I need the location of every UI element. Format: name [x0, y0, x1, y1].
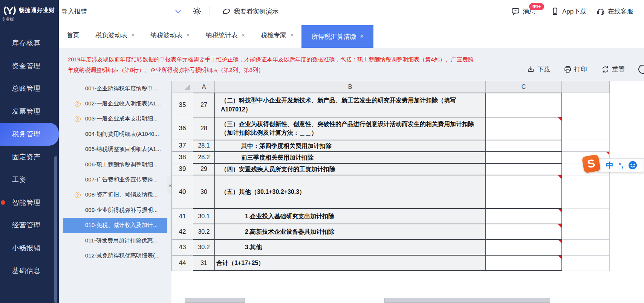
- report-list-item[interactable]: 006-职工薪酬纳税调整明细...: [59, 157, 171, 172]
- sidebar-scrollbar[interactable]: [54, 156, 57, 303]
- sidebar-item[interactable]: 发票管理: [0, 100, 59, 123]
- chevron-down-icon[interactable]: [174, 8, 182, 16]
- overflow-cell[interactable]: [562, 255, 610, 271]
- sidebar-item[interactable]: 基础信息: [0, 259, 59, 282]
- column-header-c[interactable]: C: [486, 81, 562, 93]
- tab[interactable]: 首页: [59, 23, 87, 48]
- overflow-cell[interactable]: [562, 224, 610, 239]
- item-description-cell[interactable]: （五）其他（30.1+30.2+30.3）: [215, 175, 486, 209]
- emoji-icon[interactable]: [628, 161, 637, 170]
- report-list-item[interactable]: ? 008-资产折旧、摊销及纳税...: [59, 187, 171, 203]
- row-number-cell[interactable]: 44: [172, 255, 193, 271]
- overflow-cell[interactable]: [562, 209, 610, 224]
- row-number-cell[interactable]: 43: [172, 239, 193, 255]
- tab[interactable]: 税负波动表 ×: [87, 23, 142, 48]
- row-number-cell[interactable]: 36: [172, 117, 193, 140]
- value-cell[interactable]: [486, 255, 562, 271]
- value-cell[interactable]: [486, 224, 562, 239]
- line-number-cell[interactable]: 29: [193, 163, 215, 175]
- item-description-cell[interactable]: 1.企业投入基础研究支出加计扣除: [215, 209, 486, 224]
- gear-icon[interactable]: [193, 7, 201, 15]
- tab[interactable]: 所得税汇算清缴 ×: [301, 25, 373, 48]
- report-list-item[interactable]: 009-企业所得税弥补亏损明...: [59, 203, 171, 218]
- column-header-a[interactable]: A: [193, 81, 215, 93]
- item-description-cell[interactable]: （二）科技型中小企业开发新技术、新产品、新工艺发生的研究开发费用加计扣除（填写A…: [215, 93, 486, 117]
- sogou-ime-icon[interactable]: S: [582, 154, 601, 174]
- row-number-cell[interactable]: 41: [172, 209, 193, 224]
- line-number-cell[interactable]: 30: [193, 175, 215, 209]
- help-icon[interactable]: ?: [75, 116, 81, 122]
- item-description-cell[interactable]: （三）企业为获得创新性、创意性、突破性的产品进行创意设计活动而发生的相关费用加计…: [215, 117, 486, 140]
- tab-close-icon[interactable]: ×: [290, 32, 294, 39]
- row-number-cell[interactable]: 42: [172, 224, 193, 239]
- sidebar-item[interactable]: 资金管理: [0, 55, 59, 78]
- customer-service-button[interactable]: 在线客服: [597, 0, 633, 23]
- overflow-cell[interactable]: [562, 175, 610, 209]
- item-description-cell[interactable]: （四）安置残疾人员所支付的工资加计扣除: [215, 163, 486, 175]
- horizontal-scrollbar-track[interactable]: [384, 298, 550, 303]
- row-number-cell[interactable]: 37: [172, 140, 193, 152]
- sidebar-item[interactable]: 总账管理: [0, 77, 59, 100]
- line-number-cell[interactable]: 28.1: [193, 140, 215, 152]
- tab[interactable]: 纳税波动表 ×: [142, 23, 197, 48]
- print-button[interactable]: 打印: [564, 64, 587, 74]
- select-all-cell[interactable]: [172, 81, 193, 93]
- report-list-item[interactable]: 005-纳税调整项目明细表(A1...: [59, 142, 171, 157]
- value-cell[interactable]: [486, 175, 562, 209]
- tab-close-icon[interactable]: ×: [360, 33, 363, 40]
- sidebar-item[interactable]: 经营管理: [0, 214, 59, 237]
- value-cell[interactable]: [486, 239, 562, 255]
- value-cell[interactable]: [486, 152, 562, 163]
- sidebar-item[interactable]: 固定资产: [0, 146, 59, 169]
- line-number-cell[interactable]: 30.2: [193, 224, 215, 239]
- help-icon[interactable]: ?: [75, 101, 81, 107]
- row-number-cell[interactable]: 40: [172, 175, 193, 209]
- line-number-cell[interactable]: 30.2: [193, 239, 215, 255]
- demo-link[interactable]: 我要看实例演示: [222, 0, 278, 23]
- report-list-item[interactable]: 010-免税、减计收入及加计...: [63, 218, 167, 233]
- line-number-cell[interactable]: 28.2: [193, 152, 215, 163]
- sidebar-item[interactable]: 智能管理: [0, 191, 59, 214]
- sidebar-item[interactable]: 小畅报销: [0, 237, 59, 260]
- ime-language-toggle[interactable]: 中: [606, 160, 613, 171]
- sidebar-item[interactable]: 工资: [0, 168, 59, 191]
- report-list-item[interactable]: 011-研发费用加计扣除优惠...: [59, 233, 171, 248]
- import-error-dropdown[interactable]: 导入报错: [61, 0, 87, 23]
- sidebar-item[interactable]: 库存核算: [0, 32, 59, 55]
- report-list-item[interactable]: 004-期间费用明细表(A1040...: [59, 126, 171, 142]
- help-icon[interactable]: ?: [75, 192, 81, 198]
- row-number-cell[interactable]: 39: [172, 163, 193, 175]
- value-cell[interactable]: [486, 117, 562, 140]
- line-number-cell[interactable]: 27: [193, 93, 215, 117]
- tab[interactable]: 纳税统计表 ×: [198, 23, 253, 48]
- item-description-cell[interactable]: 其中：第四季度相关费用加计扣除: [215, 140, 486, 152]
- value-cell[interactable]: [486, 163, 562, 175]
- reset-button[interactable]: 重置: [601, 64, 625, 74]
- value-cell[interactable]: [486, 140, 562, 152]
- overflow-cell[interactable]: [562, 140, 610, 152]
- tab-close-icon[interactable]: ×: [131, 32, 135, 39]
- item-description-cell[interactable]: 3.其他: [215, 239, 486, 255]
- value-cell[interactable]: [486, 209, 562, 224]
- item-description-cell[interactable]: 前三季度相关费用加计扣除: [215, 152, 486, 163]
- report-list-item[interactable]: 001-企业所得税年度纳税申...: [59, 81, 171, 96]
- line-number-cell[interactable]: 31: [193, 255, 215, 271]
- line-number-cell[interactable]: 28: [193, 117, 215, 140]
- item-description-cell[interactable]: 合计（1+17+25）: [215, 255, 486, 271]
- row-number-cell[interactable]: 35: [172, 93, 193, 117]
- app-download-button[interactable]: App下载: [551, 0, 586, 23]
- tab-close-icon[interactable]: ×: [186, 32, 190, 39]
- column-header-d[interactable]: [562, 81, 610, 93]
- overflow-cell[interactable]: [562, 117, 610, 140]
- tab-close-icon[interactable]: ×: [242, 32, 245, 39]
- horizontal-scrollbar-thumb[interactable]: [185, 298, 245, 303]
- download-button[interactable]: 下载: [527, 64, 550, 74]
- ime-punctuation-toggle[interactable]: °,: [619, 161, 623, 169]
- overflow-cell[interactable]: [562, 239, 610, 255]
- line-number-cell[interactable]: 30.1: [193, 209, 215, 224]
- item-description-cell[interactable]: 2.高新技术企业设备器具加计扣除: [215, 224, 486, 239]
- sidebar-item[interactable]: 税务管理: [0, 123, 59, 146]
- report-list-item[interactable]: 007-广告费和业务宣传费跨...: [59, 172, 171, 187]
- report-list-item[interactable]: ? 002-一般企业收入明细表(A1...: [59, 96, 171, 111]
- report-list-item[interactable]: 012-减免所得税优惠明细表(...: [59, 248, 171, 263]
